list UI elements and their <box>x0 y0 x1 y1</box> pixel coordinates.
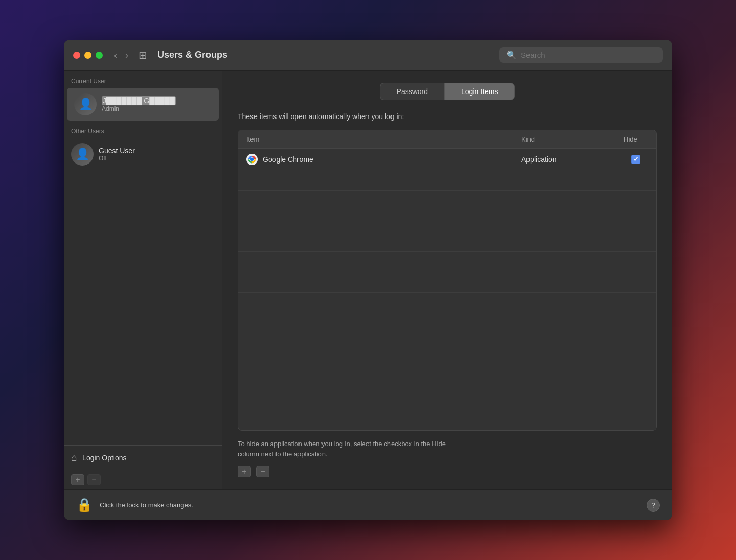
current-user-role: Admin <box>102 105 176 112</box>
add-item-button[interactable]: + <box>238 466 251 477</box>
col-item: Item <box>238 130 513 148</box>
search-input[interactable] <box>521 51 656 59</box>
avatar: 👤 <box>74 93 97 115</box>
guest-avatar-image: 👤 <box>71 143 94 166</box>
login-options-label: Login Options <box>82 454 126 462</box>
search-icon: 🔍 <box>507 50 517 60</box>
kind-cell: Application <box>513 151 615 168</box>
description-text: These items will open automatically when… <box>238 112 657 121</box>
main-panel: Password Login Items These items will op… <box>222 71 672 489</box>
minimize-button[interactable] <box>84 52 91 59</box>
hint-text: To hide an application when you log in, … <box>238 439 585 459</box>
empty-row-4 <box>238 231 656 252</box>
sidebar: Current User 👤 J███████ G█████ Admin Oth… <box>64 71 222 489</box>
maximize-button[interactable] <box>96 52 103 59</box>
home-icon: ⌂ <box>71 452 77 463</box>
table-header: Item Kind Hide <box>238 130 656 149</box>
guest-user-item[interactable]: 👤 Guest User Off <box>64 138 222 171</box>
close-button[interactable] <box>73 52 80 59</box>
remove-user-button[interactable]: − <box>87 474 101 485</box>
current-user-name-redacted: J███████ G█████ <box>102 96 176 105</box>
login-items-table: Item Kind Hide <box>238 130 657 431</box>
chrome-icon <box>246 154 258 165</box>
guest-user-name: Guest User <box>99 147 135 155</box>
empty-row-5 <box>238 252 656 272</box>
sidebar-bottom-buttons: + − <box>64 470 222 489</box>
current-user-label: Current User <box>64 71 222 88</box>
forward-button[interactable]: › <box>123 51 130 60</box>
table-row: Google Chrome Application ✓ <box>238 149 656 170</box>
empty-row-6 <box>238 272 656 293</box>
guest-user-status: Off <box>99 155 135 162</box>
tab-password[interactable]: Password <box>380 83 444 100</box>
grid-icon[interactable]: ⊞ <box>139 49 147 61</box>
titlebar: ‹ › ⊞ Users & Groups 🔍 <box>64 40 672 71</box>
traffic-lights <box>73 52 103 59</box>
lock-icon[interactable]: 🔒 <box>76 497 93 513</box>
empty-row-1 <box>238 170 656 191</box>
main-window: ‹ › ⊞ Users & Groups 🔍 Current User 👤 J█… <box>64 40 672 520</box>
guest-avatar: 👤 <box>71 143 94 166</box>
footer: 🔒 Click the lock to make changes. ? <box>64 489 672 520</box>
avatar-image: 👤 <box>74 93 97 115</box>
footer-text: Click the lock to make changes. <box>100 501 639 509</box>
col-hide: Hide <box>615 130 656 148</box>
remove-item-button[interactable]: − <box>256 466 269 477</box>
bottom-buttons: + − <box>238 466 657 477</box>
login-options-item[interactable]: ⌂ Login Options <box>64 445 222 470</box>
search-bar[interactable]: 🔍 <box>499 47 663 63</box>
table-body: Google Chrome Application ✓ <box>238 149 656 293</box>
content-area: Current User 👤 J███████ G█████ Admin Oth… <box>64 71 672 489</box>
empty-row-2 <box>238 191 656 211</box>
hide-cell: ✓ <box>615 151 656 168</box>
empty-row-3 <box>238 211 656 231</box>
hide-checkbox[interactable]: ✓ <box>631 155 640 164</box>
guest-user-info: Guest User Off <box>99 147 135 162</box>
nav-arrows: ‹ › <box>112 51 130 60</box>
help-button[interactable]: ? <box>647 499 660 512</box>
current-user-info: J███████ G█████ Admin <box>102 96 176 112</box>
item-name: Google Chrome <box>263 155 313 164</box>
svg-point-3 <box>250 157 254 160</box>
back-button[interactable]: ‹ <box>112 51 119 60</box>
other-users-label: Other Users <box>64 121 222 138</box>
current-user-item[interactable]: 👤 J███████ G█████ Admin <box>67 88 219 121</box>
item-cell: Google Chrome <box>238 150 513 169</box>
tab-login-items[interactable]: Login Items <box>444 83 515 100</box>
add-user-button[interactable]: + <box>71 474 84 485</box>
tabs: Password Login Items <box>238 83 657 100</box>
window-title: Users & Groups <box>157 50 493 60</box>
col-kind: Kind <box>513 130 615 148</box>
